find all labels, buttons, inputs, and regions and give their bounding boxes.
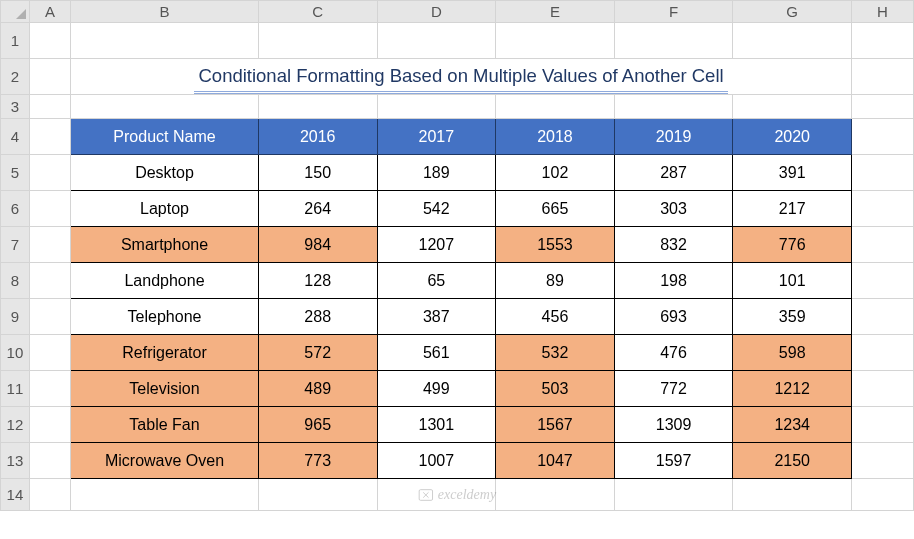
cell[interactable] <box>377 23 496 59</box>
cell[interactable] <box>258 23 377 59</box>
product-name[interactable]: Microwave Oven <box>71 443 259 479</box>
cell[interactable] <box>852 407 914 443</box>
data-cell[interactable]: 772 <box>614 371 733 407</box>
table-header-name[interactable]: Product Name <box>71 119 259 155</box>
cell[interactable] <box>852 95 914 119</box>
cell[interactable] <box>71 23 259 59</box>
cell[interactable] <box>852 227 914 263</box>
row-header-12[interactable]: 12 <box>1 407 30 443</box>
row-header-2[interactable]: 2 <box>1 59 30 95</box>
cell[interactable] <box>29 299 70 335</box>
cell[interactable] <box>29 95 70 119</box>
row-header-8[interactable]: 8 <box>1 263 30 299</box>
row-header-5[interactable]: 5 <box>1 155 30 191</box>
cell[interactable] <box>29 155 70 191</box>
col-header-A[interactable]: A <box>29 1 70 23</box>
cell[interactable] <box>614 479 733 511</box>
data-cell[interactable]: 665 <box>496 191 615 227</box>
data-cell[interactable]: 303 <box>614 191 733 227</box>
cell[interactable] <box>733 95 852 119</box>
data-cell[interactable]: 1597 <box>614 443 733 479</box>
data-cell[interactable]: 572 <box>258 335 377 371</box>
data-cell[interactable]: 101 <box>733 263 852 299</box>
col-header-H[interactable]: H <box>852 1 914 23</box>
data-cell[interactable]: 773 <box>258 443 377 479</box>
col-header-C[interactable]: C <box>258 1 377 23</box>
data-cell[interactable]: 489 <box>258 371 377 407</box>
data-cell[interactable]: 287 <box>614 155 733 191</box>
title-cell[interactable]: Conditional Formatting Based on Multiple… <box>71 59 852 95</box>
data-cell[interactable]: 128 <box>258 263 377 299</box>
cell[interactable] <box>852 479 914 511</box>
data-cell[interactable]: 102 <box>496 155 615 191</box>
cell[interactable] <box>29 371 70 407</box>
col-header-B[interactable]: B <box>71 1 259 23</box>
cell[interactable] <box>29 59 70 95</box>
data-cell[interactable]: 1234 <box>733 407 852 443</box>
data-cell[interactable]: 503 <box>496 371 615 407</box>
cell[interactable] <box>496 95 615 119</box>
cell[interactable] <box>852 263 914 299</box>
cell[interactable] <box>496 23 615 59</box>
data-cell[interactable]: 217 <box>733 191 852 227</box>
cell[interactable] <box>733 23 852 59</box>
cell[interactable] <box>852 155 914 191</box>
data-cell[interactable]: 476 <box>614 335 733 371</box>
cell[interactable] <box>852 371 914 407</box>
data-cell[interactable]: 1309 <box>614 407 733 443</box>
cell[interactable] <box>29 335 70 371</box>
cell[interactable] <box>29 23 70 59</box>
data-cell[interactable]: 1207 <box>377 227 496 263</box>
product-name[interactable]: Landphone <box>71 263 259 299</box>
data-cell[interactable]: 598 <box>733 335 852 371</box>
data-cell[interactable]: 456 <box>496 299 615 335</box>
data-cell[interactable]: 499 <box>377 371 496 407</box>
product-name[interactable]: Smartphone <box>71 227 259 263</box>
cell[interactable] <box>614 95 733 119</box>
col-header-E[interactable]: E <box>496 1 615 23</box>
cell[interactable] <box>614 23 733 59</box>
data-cell[interactable]: 1047 <box>496 443 615 479</box>
table-header-2020[interactable]: 2020 <box>733 119 852 155</box>
cell[interactable] <box>377 479 496 511</box>
table-header-2016[interactable]: 2016 <box>258 119 377 155</box>
col-header-G[interactable]: G <box>733 1 852 23</box>
data-cell[interactable]: 984 <box>258 227 377 263</box>
cell[interactable] <box>852 23 914 59</box>
data-cell[interactable]: 264 <box>258 191 377 227</box>
product-name[interactable]: Desktop <box>71 155 259 191</box>
product-name[interactable]: Laptop <box>71 191 259 227</box>
data-cell[interactable]: 359 <box>733 299 852 335</box>
product-name[interactable]: Table Fan <box>71 407 259 443</box>
cell[interactable] <box>258 95 377 119</box>
data-cell[interactable]: 89 <box>496 263 615 299</box>
data-cell[interactable]: 189 <box>377 155 496 191</box>
row-header-9[interactable]: 9 <box>1 299 30 335</box>
data-cell[interactable]: 150 <box>258 155 377 191</box>
cell[interactable] <box>852 299 914 335</box>
cell[interactable] <box>852 335 914 371</box>
cell[interactable] <box>29 227 70 263</box>
cell[interactable] <box>29 443 70 479</box>
row-header-1[interactable]: 1 <box>1 23 30 59</box>
data-cell[interactable]: 693 <box>614 299 733 335</box>
cell[interactable] <box>29 191 70 227</box>
data-cell[interactable]: 387 <box>377 299 496 335</box>
cell[interactable] <box>852 191 914 227</box>
col-header-F[interactable]: F <box>614 1 733 23</box>
row-header-6[interactable]: 6 <box>1 191 30 227</box>
data-cell[interactable]: 1212 <box>733 371 852 407</box>
data-cell[interactable]: 561 <box>377 335 496 371</box>
cell[interactable] <box>29 407 70 443</box>
table-header-2018[interactable]: 2018 <box>496 119 615 155</box>
cell[interactable] <box>377 95 496 119</box>
cell[interactable] <box>29 479 70 511</box>
row-header-10[interactable]: 10 <box>1 335 30 371</box>
cell[interactable] <box>29 119 70 155</box>
data-cell[interactable]: 2150 <box>733 443 852 479</box>
product-name[interactable]: Television <box>71 371 259 407</box>
product-name[interactable]: Refrigerator <box>71 335 259 371</box>
data-cell[interactable]: 532 <box>496 335 615 371</box>
table-header-2019[interactable]: 2019 <box>614 119 733 155</box>
data-cell[interactable]: 1301 <box>377 407 496 443</box>
